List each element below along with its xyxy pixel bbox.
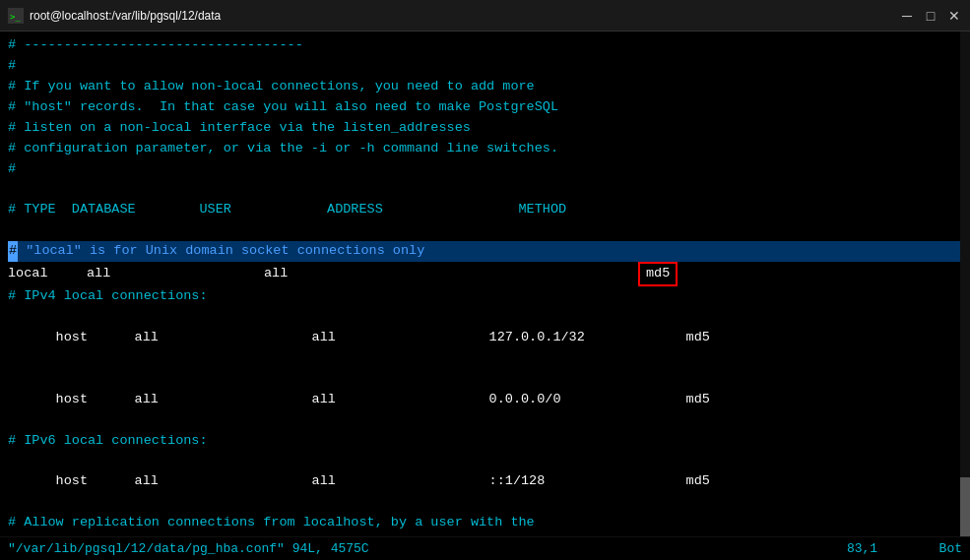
- scrollbar-thumb[interactable]: [960, 477, 970, 536]
- terminal-line: #: [8, 159, 962, 180]
- data-row-host-ipv4-1: hostallall127.0.0.1/32md5: [8, 307, 962, 369]
- highlight-marker: #: [8, 241, 18, 262]
- terminal-line: [8, 179, 962, 200]
- data-row-host-ipv4-2: hostallall0.0.0.0/0md5: [8, 369, 962, 431]
- terminal-line: # -----------------------------------: [8, 35, 962, 56]
- scrollbar[interactable]: [960, 31, 970, 536]
- terminal-line: # listen on a non-local interface via th…: [8, 118, 962, 139]
- terminal-line: #: [8, 56, 962, 77]
- window-title: root@localhost:/var/lib/pgsql/12/data: [30, 9, 221, 23]
- terminal-line: # "host" records. In that case you will …: [8, 97, 962, 118]
- close-button[interactable]: ✕: [946, 8, 962, 24]
- status-bar: "/var/lib/pgsql/12/data/pg_hba.conf" 94L…: [0, 536, 970, 560]
- terminal-line: [8, 220, 962, 241]
- terminal-line: # Allow replication connections from loc…: [8, 513, 962, 533]
- svg-text:>_: >_: [10, 12, 21, 22]
- title-bar: >_ root@localhost:/var/lib/pgsql/12/data…: [0, 0, 970, 31]
- terminal-line: # configuration parameter, or via the -i…: [8, 139, 962, 159]
- terminal-line: # If you want to allow non-local connect…: [8, 77, 962, 97]
- terminal-icon: >_: [8, 8, 24, 24]
- status-file-info: "/var/lib/pgsql/12/data/pg_hba.conf" 94L…: [8, 541, 369, 556]
- maximize-button[interactable]: □: [923, 8, 938, 24]
- terminal-line: # IPv6 local connections:: [8, 431, 962, 452]
- terminal-line: # replication privilege.: [8, 533, 962, 536]
- minimize-button[interactable]: ─: [899, 8, 915, 24]
- column-header: # TYPE DATABASE USER ADDRESS METHOD: [8, 200, 962, 220]
- col-type: local: [8, 264, 87, 284]
- title-bar-left: >_ root@localhost:/var/lib/pgsql/12/data: [8, 8, 221, 24]
- terminal-line: # IPv4 local connections:: [8, 286, 962, 307]
- col-user: all: [264, 264, 441, 284]
- data-row-local: local all all md5: [8, 262, 962, 286]
- data-row-host-ipv6: hostallall::1/128md5: [8, 451, 962, 513]
- method-md5-highlighted: md5: [638, 262, 678, 286]
- col-database: all: [87, 264, 264, 284]
- comment-text: "local" is for Unix domain socket connec…: [18, 241, 424, 262]
- status-position: 83,1 Bot: [847, 541, 962, 556]
- terminal-content[interactable]: # ----------------------------------- # …: [0, 31, 970, 536]
- terminal-window: >_ root@localhost:/var/lib/pgsql/12/data…: [0, 0, 970, 560]
- terminal-line: # "local" is for Unix domain socket conn…: [8, 241, 962, 262]
- window-controls: ─ □ ✕: [899, 8, 962, 24]
